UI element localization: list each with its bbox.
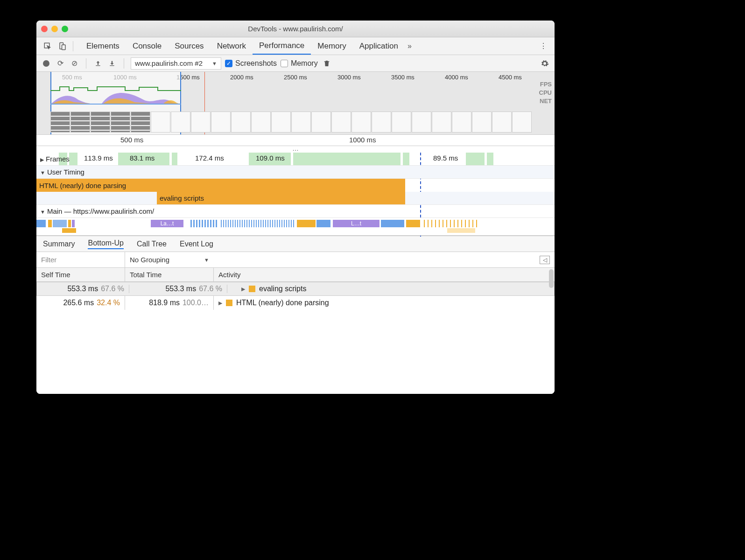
col-activity[interactable]: Activity	[214, 268, 555, 281]
tab-console[interactable]: Console	[126, 37, 168, 55]
inspect-icon[interactable]	[43, 42, 52, 51]
recording-select[interactable]: www.paulirish.com #2 ▼	[131, 57, 221, 70]
titlebar: DevTools - www.paulirish.com/	[36, 21, 555, 37]
svg-rect-2	[62, 45, 66, 50]
chevron-down-icon: ▼	[204, 257, 209, 263]
tab-application[interactable]: Application	[353, 37, 405, 55]
main-track-header[interactable]: ▼Main — https://www.paulirish.com/	[36, 205, 555, 218]
trash-icon[interactable]	[322, 58, 332, 69]
more-tabs-icon[interactable]: »	[408, 42, 412, 50]
grouping-select[interactable]: No Grouping ▼	[125, 252, 214, 267]
reload-icon[interactable]: ⟳	[55, 58, 65, 69]
tab-sources[interactable]: Sources	[168, 37, 210, 55]
expand-arrow-icon[interactable]: ▶	[241, 286, 245, 292]
user-timing-track[interactable]: ▼User Timing	[36, 166, 555, 179]
window-title: DevTools - www.paulirish.com/	[36, 25, 555, 33]
svg-rect-4	[50, 104, 181, 105]
tab-summary[interactable]: Summary	[43, 240, 75, 248]
kebab-icon[interactable]: ⋮	[539, 42, 548, 51]
perf-toolbar: ⟳ ⊘ www.paulirish.com #2 ▼ ✓ Screenshots…	[36, 55, 555, 72]
overview-screenshots	[50, 112, 552, 133]
tab-event-log[interactable]: Event Log	[180, 240, 213, 248]
separator	[73, 41, 73, 51]
frames-track[interactable]: ▶Frames 113.9 ms 83.1 ms 172.4 ms 109.0 …	[36, 153, 555, 166]
panel-tabbar: Elements Console Sources Network Perform…	[36, 37, 555, 55]
col-total-time[interactable]: Total Time	[125, 268, 214, 281]
activity-name: evaling scripts	[259, 285, 306, 293]
activity-chip-icon	[226, 300, 232, 306]
tab-memory[interactable]: Memory	[311, 37, 352, 55]
download-icon[interactable]	[107, 58, 117, 69]
checkbox-icon: ✓	[225, 60, 232, 67]
expand-arrow-icon[interactable]: ▼	[40, 209, 45, 215]
activity-name: HTML (nearly) done parsing	[236, 299, 329, 307]
separator	[86, 58, 86, 69]
tab-network[interactable]: Network	[211, 37, 253, 55]
checkbox-icon	[281, 60, 288, 67]
frames-label: Frames	[46, 155, 70, 163]
gear-icon[interactable]	[540, 58, 550, 69]
flamechart-ruler[interactable]: 500 ms 1000 ms	[36, 135, 555, 146]
filter-input[interactable]: Filter	[36, 252, 125, 267]
screenshots-checkbox[interactable]: ✓ Screenshots	[225, 59, 277, 68]
tab-elements[interactable]: Elements	[80, 37, 126, 55]
separator	[124, 58, 124, 69]
scrollbar[interactable]	[549, 269, 554, 288]
devtools-window: DevTools - www.paulirish.com/ Elements C…	[36, 21, 555, 394]
activity-chip-icon	[249, 286, 255, 292]
expand-arrow-icon[interactable]: ▶	[218, 300, 222, 306]
table-row[interactable]: 265.6 ms32.4 % 818.9 ms100.0… ▶HTML (nea…	[36, 296, 555, 310]
clear-icon[interactable]: ⊘	[69, 58, 79, 69]
screenshots-label: Screenshots	[235, 59, 277, 68]
table-header: Self Time Total Time Activity	[36, 268, 555, 282]
tab-performance[interactable]: Performance	[253, 37, 311, 55]
upload-icon[interactable]	[93, 58, 103, 69]
timeline-overview[interactable]: 500 ms 1000 ms 1500 ms 2000 ms 2500 ms 3…	[36, 72, 555, 135]
collapse-button[interactable]: ◁	[540, 256, 550, 264]
panel-tabs: Elements Console Sources Network Perform…	[80, 37, 412, 55]
memory-label: Memory	[291, 59, 318, 68]
chevron-down-icon: ▼	[212, 61, 217, 66]
user-timing-label: User Timing	[47, 168, 84, 176]
filter-row: Filter No Grouping ▼ ◁	[36, 252, 555, 268]
expand-arrow-icon[interactable]: ▼	[40, 170, 45, 175]
main-flamechart[interactable]: La…t L…t	[36, 218, 555, 236]
table-row[interactable]: 553.3 ms67.6 % 553.3 ms67.6 % ▶evaling s…	[36, 282, 555, 296]
user-timing-bar[interactable]: evaling scripts	[36, 192, 555, 205]
overview-lane-labels: FPS CPU NET	[539, 80, 552, 105]
flamechart-tracks[interactable]: ▶Frames 113.9 ms 83.1 ms 172.4 ms 109.0 …	[36, 153, 555, 236]
tab-call-tree[interactable]: Call Tree	[137, 240, 167, 248]
col-self-time[interactable]: Self Time	[36, 268, 125, 281]
recording-select-value: www.paulirish.com #2	[135, 59, 203, 67]
detail-tabs: Summary Bottom-Up Call Tree Event Log	[36, 236, 555, 252]
expand-arrow-icon[interactable]: ▶	[40, 157, 44, 162]
tab-bottom-up[interactable]: Bottom-Up	[88, 239, 123, 249]
main-label: Main — https://www.paulirish.com/	[47, 207, 154, 215]
user-timing-bar[interactable]: HTML (nearly) done parsing	[36, 179, 555, 192]
device-icon[interactable]	[58, 42, 67, 51]
collapsed-indicator: …	[36, 146, 555, 153]
record-button[interactable]	[41, 58, 51, 69]
memory-checkbox[interactable]: Memory	[281, 59, 318, 68]
bottom-up-table: Self Time Total Time Activity 553.3 ms67…	[36, 268, 555, 394]
overview-cpu-chart	[50, 86, 181, 105]
